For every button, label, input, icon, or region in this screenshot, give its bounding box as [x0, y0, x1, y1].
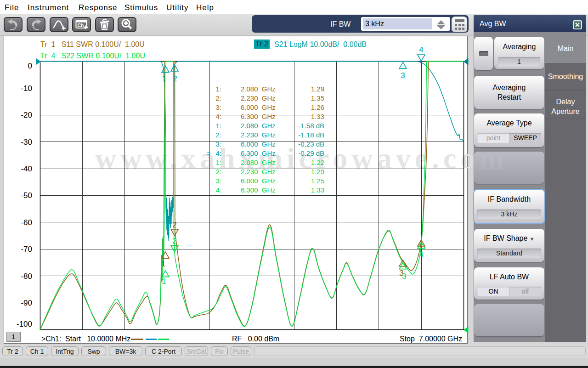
svg-text:2: 2	[172, 221, 176, 229]
svg-text:2: 2	[173, 74, 177, 83]
svg-text:1: 1	[161, 260, 165, 268]
svg-text:4: 4	[419, 45, 423, 54]
svg-text:3: 3	[402, 272, 406, 281]
svg-text:4: 4	[419, 250, 423, 259]
svg-text:2: 2	[172, 237, 176, 245]
svg-text:3: 3	[401, 71, 405, 80]
svg-text:1: 1	[162, 74, 166, 83]
svg-text:1: 1	[162, 277, 166, 286]
